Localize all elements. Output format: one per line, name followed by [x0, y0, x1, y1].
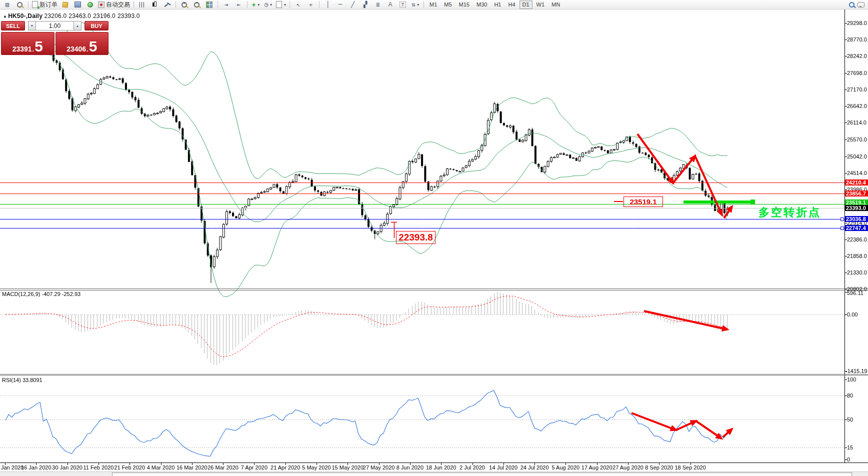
tf-m30[interactable]: M30 — [474, 0, 490, 9]
tile-windows-button[interactable] — [204, 0, 215, 9]
profile-icon[interactable] — [14, 0, 26, 9]
tf-m5[interactable]: M5 — [441, 0, 454, 9]
price-tick-29298.0: 29298.0 — [847, 20, 867, 26]
tf-m1[interactable]: M1 — [426, 0, 440, 9]
tf-mn[interactable]: MN — [548, 0, 563, 9]
price-tick-27170.0: 27170.0 — [847, 86, 867, 92]
toolbar-separator — [290, 1, 290, 8]
scrollbar-thumb[interactable] — [112, 472, 852, 476]
channel-tool[interactable]: ▞ — [360, 0, 371, 9]
date-tick-19: 17 Aug 2020 — [582, 464, 612, 470]
timeframe-bar: M1M5M15M30H1H4D1W1MN — [426, 0, 563, 9]
preview-magnifier-icon — [17, 2, 22, 8]
date-tick-2: 30 Jan 2020 — [52, 464, 82, 470]
feedback-bubble-icon[interactable] — [858, 2, 864, 8]
shapes-tool[interactable]: ⇅▾ — [410, 0, 421, 9]
horizontal-scrollbar[interactable] — [0, 472, 868, 476]
tf-w1[interactable]: W1 — [534, 0, 548, 9]
candle-chart-button[interactable] — [149, 0, 160, 9]
cursor-tool-button[interactable]: ↖ — [292, 0, 304, 9]
template-button[interactable]: ▾ — [275, 0, 287, 9]
buy-button[interactable]: BUY — [84, 21, 108, 30]
trading-app-window: ▤ 新订单 自动交易 + − ⇥ ⇤ +▾ ◷▾ ▾ ↖ ＋ │ ─ — [0, 0, 868, 476]
date-tick-21: 8 Sep 2020 — [645, 464, 673, 470]
toolbar-separator — [218, 1, 218, 8]
timeframe-menu-button[interactable]: ◷▾ — [262, 0, 274, 9]
horizontal-line-tool[interactable]: ─ — [334, 0, 346, 9]
crosshair-icon: ＋ — [308, 2, 314, 8]
zoom-out-button[interactable]: − — [191, 0, 202, 9]
metaeditor-button[interactable] — [60, 0, 71, 9]
date-tick-15: 2 Jul 2020 — [460, 464, 485, 470]
sell-button[interactable]: SELL — [1, 21, 25, 30]
toolbar-right-group — [849, 2, 866, 8]
search-icon[interactable] — [849, 2, 854, 8]
fibonacci-icon: ≣ — [376, 2, 380, 8]
price-tick-26114.0: 26114.0 — [847, 120, 866, 126]
new-order-icon — [32, 1, 38, 8]
toolbar: ▤ 新订单 自动交易 + − ⇥ ⇤ +▾ ◷▾ ▾ ↖ ＋ │ ─ — [0, 0, 868, 10]
price-tick-26642.0: 26642.0 — [847, 103, 867, 109]
date-tick-13: 8 Jun 2020 — [396, 464, 424, 470]
volume-up-button[interactable]: ▲ — [74, 21, 82, 30]
date-tick-1: 16 Jan 2020 — [21, 464, 52, 470]
tf-h4[interactable]: H4 — [505, 0, 518, 9]
auto-trading-label: 自动交易 — [106, 0, 130, 9]
sell-price-tile[interactable]: 23391.5 — [1, 32, 54, 55]
price-tick-21858.0: 21858.0 — [847, 253, 867, 259]
volume-stepper: ▼ ▲ — [28, 21, 82, 30]
tf-h1[interactable]: H1 — [491, 0, 504, 9]
price-chip-23036.8: 23036.8 — [845, 216, 868, 222]
line-chart-button[interactable] — [162, 0, 173, 9]
tile-windows-icon — [206, 2, 212, 8]
crosshair-tool-button[interactable]: ＋ — [305, 0, 316, 9]
collapse-triangle-icon[interactable]: ▲ — [3, 14, 7, 18]
date-tick-12: 27 May 2020 — [363, 464, 395, 470]
zoom-out-icon: − — [194, 2, 200, 8]
ohlc-close: 23393.0 — [118, 12, 140, 20]
signal-icon — [88, 2, 93, 8]
volume-down-button[interactable]: ▼ — [28, 21, 36, 30]
chart-window-icon[interactable]: ▤ — [2, 0, 13, 9]
add-indicator-button[interactable]: +▾ — [250, 0, 262, 9]
toolbar-separator — [424, 1, 424, 8]
buy-price-tile[interactable]: 23406.5 — [56, 32, 109, 55]
bar-chart-button[interactable] — [136, 0, 148, 9]
zoom-in-button[interactable]: + — [178, 0, 190, 9]
trendline-tool[interactable]: ╱ — [347, 0, 358, 9]
macd-scale-zero: 0.00 — [847, 312, 858, 318]
price-label-22393[interactable]: 22393.8 — [396, 231, 436, 244]
new-order-button[interactable]: 新订单 — [31, 0, 58, 9]
buy-price-pip: 5 — [89, 40, 98, 53]
auto-trading-icon — [98, 2, 104, 8]
chart-shift-button[interactable]: ⇤ — [233, 0, 244, 9]
date-tick-11: 15 May 2020 — [332, 464, 364, 470]
zoom-in-icon: + — [182, 2, 187, 8]
price-tick-25570.0: 25570.0 — [847, 136, 867, 142]
rsi-indicator-label: RSI(14) 33.8091 — [2, 377, 42, 383]
label-tool[interactable]: T — [397, 0, 408, 9]
vertical-line-tool[interactable]: │ — [322, 0, 334, 9]
tf-m15[interactable]: M15 — [456, 0, 472, 9]
date-tick-7: 26 Mar 2020 — [208, 464, 238, 470]
text-tool-icon: A — [388, 1, 392, 8]
date-tick-20: 27 Aug 2020 — [612, 464, 644, 470]
auto-trading-button[interactable]: 自动交易 — [97, 0, 131, 9]
price-label-23519[interactable]: 23519.1 — [624, 196, 663, 207]
signals-button[interactable] — [84, 0, 96, 9]
auto-scroll-button[interactable]: ⇥ — [220, 0, 232, 9]
rsi-level-15: 15 — [847, 444, 853, 450]
volume-input[interactable] — [36, 21, 74, 30]
cube-icon — [62, 2, 68, 8]
market-watch-button[interactable] — [72, 0, 84, 9]
toolbar-separator — [28, 1, 28, 8]
tf-d1[interactable]: D1 — [520, 0, 532, 9]
text-tool[interactable]: A — [384, 0, 396, 9]
toolbar-separator — [134, 1, 134, 8]
cursor-icon: ↖ — [296, 2, 300, 8]
book-icon — [74, 2, 81, 8]
rsi-level-0: 0 — [847, 456, 850, 462]
cn-annotation-text[interactable]: 多空转折点 — [758, 205, 821, 220]
price-tick-28770.0: 28770.0 — [847, 36, 867, 42]
fibonacci-tool[interactable]: ≣ — [372, 0, 384, 9]
